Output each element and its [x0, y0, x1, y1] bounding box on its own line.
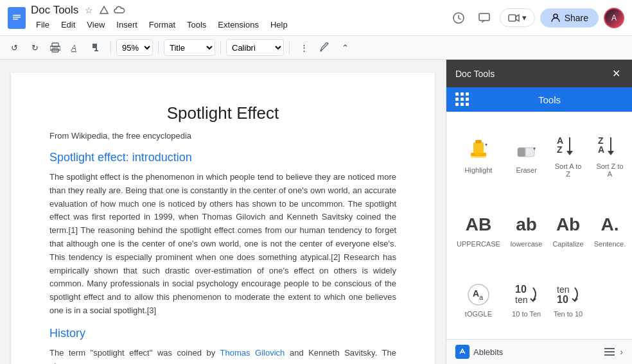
menu-edit[interactable]: Edit: [56, 18, 80, 31]
svg-rect-1: [13, 15, 21, 16]
style-select[interactable]: Title: [164, 39, 215, 56]
panel-tools-bar: Tools: [446, 87, 632, 112]
collapse-panel-button[interactable]: ›: [620, 347, 623, 357]
menu-insert[interactable]: Insert: [111, 18, 143, 31]
doc-page: Spotlight Effect From Wikipedia, the fre…: [11, 73, 435, 364]
spellcheck-button[interactable]: A: [67, 39, 85, 56]
menu-format[interactable]: Format: [144, 18, 180, 31]
chevron-up-button[interactable]: ⌃: [336, 39, 354, 56]
toggle-icon: A a: [465, 282, 492, 308]
10-to-ten-tool[interactable]: 10 ten 10 to Ten: [507, 265, 547, 333]
svg-marker-4: [100, 6, 108, 13]
menu-help[interactable]: Help: [265, 18, 293, 31]
sentence-tool[interactable]: A. Sentence.: [590, 196, 630, 263]
svg-rect-13: [92, 44, 97, 48]
menu-file[interactable]: File: [31, 18, 55, 31]
svg-text:A: A: [71, 44, 76, 53]
uppercase-label: UPPERCASE: [457, 240, 500, 248]
uppercase-tool[interactable]: AB UPPERCASE: [453, 196, 504, 263]
svg-rect-17: [475, 140, 482, 143]
ablebits-logo[interactable]: Ablebits: [455, 345, 503, 359]
panel-footer: Ablebits ›: [446, 339, 632, 364]
panel-header: Doc Tools ✕: [446, 60, 632, 87]
sort-az-icon: A Z: [556, 134, 581, 160]
highlight-tool[interactable]: ▾ Highlight: [453, 118, 504, 193]
avatar-initial: A: [611, 13, 617, 22]
doc-title-area: Doc Tools ☆ File Edit View Insert Format…: [31, 4, 443, 31]
panel-tools-title: Tools: [476, 94, 623, 105]
ten-to-10-tool[interactable]: ten 10 Ten to 10: [549, 265, 587, 333]
menu-tools[interactable]: Tools: [182, 18, 211, 31]
hamburger-menu[interactable]: [604, 348, 615, 356]
svg-text:A: A: [473, 288, 479, 299]
document-title: Doc Tools: [31, 4, 78, 17]
gilovich-link[interactable]: Thomas Gilovich: [220, 348, 285, 358]
paint-format-button[interactable]: [87, 39, 105, 56]
grid-icon[interactable]: [455, 92, 470, 107]
highlight-icon: ▾: [467, 138, 490, 164]
svg-text:▾: ▾: [533, 146, 536, 152]
svg-text:a: a: [479, 293, 484, 301]
sort-az-label: Sort A to Z: [552, 162, 583, 178]
document-area: Spotlight Effect From Wikipedia, the fre…: [0, 60, 446, 364]
font-select[interactable]: Calibri: [226, 39, 284, 56]
svg-text:10: 10: [515, 284, 527, 295]
svg-rect-15: [94, 50, 98, 51]
panel-close-button[interactable]: ✕: [610, 66, 623, 81]
menu-extensions[interactable]: Extensions: [213, 18, 264, 31]
lowercase-tool[interactable]: ab lowercase: [507, 196, 547, 263]
toggle-label: tOGGLE: [465, 310, 492, 318]
highlight-label: Highlight: [465, 166, 493, 174]
capitalize-tool[interactable]: Ab Capitalize: [549, 196, 587, 263]
menu-view[interactable]: View: [82, 18, 110, 31]
share-label: Share: [565, 13, 588, 23]
share-button[interactable]: Share: [540, 8, 599, 28]
redo-button[interactable]: ↻: [26, 39, 44, 56]
svg-rect-2: [13, 17, 21, 18]
uppercase-icon: AB: [466, 212, 491, 238]
svg-text:ten: ten: [557, 284, 569, 295]
svg-text:A: A: [598, 144, 604, 155]
top-right-controls: ▾ Share A: [448, 8, 624, 28]
sort-za-tool[interactable]: Z A Sort Z to A: [590, 118, 630, 193]
star-icon[interactable]: ☆: [82, 4, 95, 17]
more-options-button[interactable]: ⋮: [295, 39, 313, 56]
toggle-tool[interactable]: A a tOGGLE: [453, 265, 504, 333]
pen-button[interactable]: [315, 39, 333, 56]
svg-rect-3: [13, 19, 18, 20]
drive-icon[interactable]: [98, 4, 110, 17]
undo-button[interactable]: ↺: [5, 39, 23, 56]
comments-button[interactable]: [474, 8, 495, 28]
ablebits-icon: [455, 345, 470, 359]
panel-title: Doc Tools: [455, 69, 495, 79]
doc-body-1: The spotlight effect is the phenomenon i…: [49, 171, 396, 318]
video-call-button[interactable]: ▾: [500, 8, 535, 27]
cloud-icon[interactable]: [113, 4, 126, 17]
eraser-icon: ▾: [515, 138, 538, 164]
print-button[interactable]: [46, 39, 64, 56]
toolbar-sep-1: [110, 41, 111, 54]
history-button[interactable]: [448, 8, 469, 28]
svg-rect-22: [518, 148, 525, 157]
sentence-label: Sentence.: [594, 240, 626, 248]
sentence-icon: A.: [601, 212, 619, 238]
zoom-select[interactable]: 95%: [116, 39, 153, 56]
section2-title: History: [49, 327, 396, 340]
svg-text:ten: ten: [515, 295, 527, 305]
avatar[interactable]: A: [604, 8, 624, 28]
eraser-tool[interactable]: ▾ Eraser: [507, 118, 547, 193]
sort-az-tool[interactable]: A Z Sort A to Z: [549, 118, 587, 193]
10-to-ten-label: 10 to Ten: [512, 310, 541, 318]
google-docs-icon: [8, 7, 26, 29]
toolbar: ↺ ↻ A 95% Title Calibri ⋮ ⌃: [0, 36, 632, 60]
svg-rect-6: [479, 13, 489, 21]
svg-rect-19: [471, 156, 486, 158]
svg-rect-0: [10, 10, 23, 26]
lowercase-icon: ab: [516, 212, 537, 238]
toolbar-sep-2: [158, 41, 159, 54]
doc-body-2: The term "spotlight effect" was coined b…: [49, 347, 396, 364]
section1-title: Spotlight effect: introduction: [49, 151, 396, 164]
toolbar-sep-3: [220, 41, 221, 54]
tool-grid: ▾ Highlight ▾ Eraser: [446, 112, 632, 339]
ten-to-10-icon: ten 10: [554, 282, 583, 308]
